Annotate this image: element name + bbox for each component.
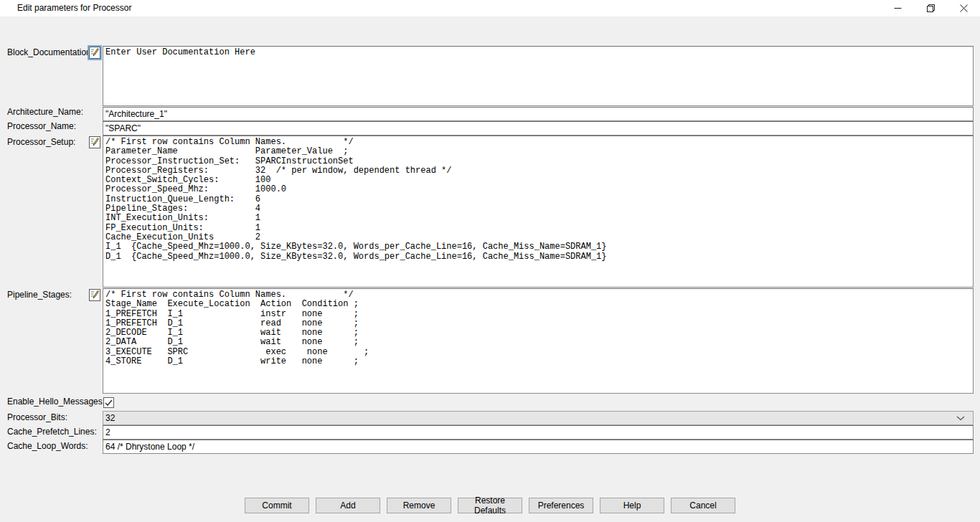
architecture-name-label: Architecture_Name: [7, 107, 83, 118]
chevron-down-icon [956, 413, 965, 423]
cancel-button[interactable]: Cancel [671, 498, 735, 513]
restore-icon [927, 4, 935, 12]
remove-button[interactable]: Remove [387, 498, 451, 513]
processor-name-input[interactable] [103, 121, 974, 136]
window-title: Edit parameters for Processor [17, 0, 131, 16]
enable-hello-messages-label: Enable_Hello_Messages: [7, 397, 105, 407]
pipeline-stages-label: Pipeline_Stages: [7, 290, 72, 300]
commit-button[interactable]: Commit [245, 498, 309, 513]
cache-loop-words-label: Cache_Loop_Words: [7, 441, 88, 452]
pipeline-stages-textarea[interactable]: /* First row contains Column Names. */ S… [103, 288, 974, 394]
block-documentation-label: Block_Documentation: [7, 47, 93, 58]
processor-setup-label: Processor_Setup: [7, 137, 75, 148]
block-documentation-textarea[interactable]: Enter User Documentation Here [103, 46, 974, 106]
cache-loop-words-input[interactable] [103, 440, 974, 454]
enable-hello-messages-checkbox[interactable] [103, 397, 114, 408]
close-button[interactable] [947, 0, 980, 16]
edit-pencil-icon [90, 47, 99, 59]
help-button[interactable]: Help [600, 498, 664, 513]
dialog-button-bar: Commit Add Remove Restore Defaults Prefe… [0, 498, 980, 513]
restore-button[interactable] [914, 0, 947, 16]
check-icon [105, 399, 113, 407]
titlebar: Edit parameters for Processor [0, 0, 980, 16]
preferences-button[interactable]: Preferences [529, 498, 593, 513]
processor-name-label: Processor_Name: [7, 121, 76, 132]
minimize-button[interactable] [881, 0, 914, 16]
architecture-name-input[interactable] [103, 107, 974, 121]
pipeline-stages-edit-button[interactable] [89, 289, 100, 301]
edit-pencil-icon [90, 290, 99, 301]
add-button[interactable]: Add [316, 498, 380, 513]
processor-bits-label: Processor_Bits: [7, 412, 67, 423]
processor-setup-textarea[interactable]: /* First row contains Column Names. */ P… [103, 136, 974, 288]
processor-bits-selected-value: 32 [105, 413, 956, 423]
minimize-icon [894, 4, 902, 12]
processor-setup-edit-button[interactable] [89, 136, 100, 148]
processor-bits-select[interactable]: 32 [103, 411, 974, 425]
window-controls [881, 0, 980, 16]
cache-prefetch-lines-label: Cache_Prefetch_Lines: [7, 427, 97, 437]
restore-defaults-button[interactable]: Restore Defaults [458, 498, 522, 513]
close-icon [960, 4, 968, 12]
block-documentation-edit-button[interactable] [89, 47, 100, 59]
cache-prefetch-lines-input[interactable] [103, 425, 974, 440]
edit-pencil-icon [90, 137, 99, 148]
